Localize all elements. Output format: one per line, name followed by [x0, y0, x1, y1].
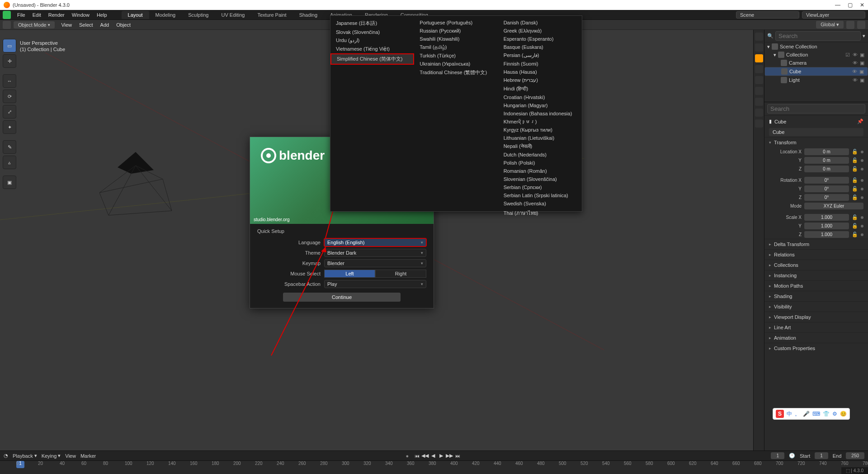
transform-tool[interactable]: ✦: [3, 120, 16, 134]
theme-select[interactable]: Blender Dark▾: [324, 249, 426, 257]
lang-option[interactable]: Slovenian (Slovenščina): [498, 175, 582, 183]
app-icon[interactable]: [3, 11, 11, 19]
lang-option[interactable]: Swahili (Kiswahili): [414, 35, 498, 43]
loc-x[interactable]: 0 m: [804, 148, 849, 155]
rot-z[interactable]: 0°: [804, 194, 849, 201]
ime-keyboard-icon[interactable]: ⌨: [812, 411, 820, 417]
annotate-tool[interactable]: ✎: [3, 140, 16, 154]
outliner-light[interactable]: Light👁▣: [764, 76, 868, 84]
panel-visibility[interactable]: ▸Visibility: [764, 302, 868, 312]
prop-tab-modifier[interactable]: [755, 65, 763, 73]
ime-logo-icon[interactable]: S: [776, 410, 784, 418]
workspace-shading[interactable]: Shading: [293, 11, 324, 19]
ime-lang[interactable]: 中: [787, 410, 792, 418]
ime-tool-icon[interactable]: ⚙: [832, 411, 837, 417]
jump-end-icon[interactable]: ⏭: [454, 452, 461, 460]
lang-option[interactable]: Hausa (Hausa): [498, 68, 582, 76]
lang-option[interactable]: Traditional Chinese (繁體中文): [414, 68, 498, 77]
lang-option[interactable]: Danish (Dansk): [498, 19, 582, 27]
workspace-sculpting[interactable]: Sculpting: [182, 11, 215, 19]
panel-custom-properties[interactable]: ▸Custom Properties: [764, 343, 868, 353]
prop-tab-object[interactable]: [755, 54, 763, 62]
panel-shading[interactable]: ▸Shading: [764, 291, 868, 301]
outliner-cube[interactable]: Cube👁▣: [764, 67, 868, 76]
outliner-camera[interactable]: Camera👁▣: [764, 59, 868, 67]
lang-option[interactable]: Lithuanian (Lietuviškai): [498, 134, 582, 142]
header-menu-add[interactable]: Add: [97, 21, 113, 28]
lang-option[interactable]: Hindi (हिन्दी): [498, 85, 582, 93]
lang-option[interactable]: Thai (ภาษาไทย): [498, 208, 582, 218]
view-menu[interactable]: View: [65, 453, 76, 459]
scale-y[interactable]: 1.000: [804, 223, 849, 229]
lang-option[interactable]: Dutch (Nederlands): [498, 151, 582, 159]
current-frame[interactable]: 1: [771, 452, 784, 459]
lang-option[interactable]: Finnish (Suomi): [498, 60, 582, 68]
scale-tool[interactable]: ⤢: [3, 105, 16, 118]
lang-option[interactable]: Urdu (اردو): [330, 36, 414, 45]
continue-button[interactable]: Continue: [283, 293, 401, 302]
lang-option[interactable]: Swedish (Svenska): [498, 199, 582, 208]
cursor-tool[interactable]: ✛: [3, 54, 16, 68]
ime-emoji-icon[interactable]: 😊: [840, 411, 847, 417]
object-name-field[interactable]: Cube: [769, 128, 863, 136]
start-frame[interactable]: 1: [815, 452, 828, 459]
lang-option[interactable]: Hebrew (עברית): [498, 76, 582, 85]
mouse-left-button[interactable]: Left: [324, 270, 375, 278]
panel-motion-paths[interactable]: ▸Motion Paths: [764, 281, 868, 291]
lang-option[interactable]: Vietnamese (Tiếng Việt): [330, 45, 414, 53]
lang-option[interactable]: Serbian Latin (Srpski latinica): [498, 191, 582, 199]
lang-option[interactable]: Polish (Polski): [498, 159, 582, 167]
prop-tab-physics[interactable]: [755, 87, 763, 95]
rotate-tool[interactable]: ⟳: [3, 90, 16, 103]
lang-option[interactable]: Basque (Euskara): [498, 43, 582, 51]
lang-option[interactable]: Serbian (Српски): [498, 183, 582, 191]
menu-file[interactable]: File: [14, 11, 29, 19]
ime-punct-icon[interactable]: 。: [795, 410, 800, 418]
prop-tab-constraint[interactable]: [755, 98, 763, 106]
keying-menu[interactable]: Keying ▾: [42, 453, 61, 459]
lang-option[interactable]: Turkish (Türkçe): [414, 52, 498, 60]
rot-y[interactable]: 0°: [804, 185, 849, 192]
lang-option[interactable]: Portuguese (Português): [414, 19, 498, 27]
menu-help[interactable]: Help: [93, 11, 111, 19]
outliner-scene[interactable]: ▾Scene Collection: [764, 43, 868, 51]
keymap-select[interactable]: Blender▾: [324, 259, 426, 267]
loc-z[interactable]: 0 m: [804, 166, 849, 172]
header-menu-view[interactable]: View: [57, 21, 75, 28]
menu-edit[interactable]: Edit: [29, 11, 45, 19]
keyframe-prev-icon[interactable]: ◀◀: [421, 452, 429, 460]
marker-menu[interactable]: Marker: [80, 453, 96, 459]
workspace-modeling[interactable]: Modeling: [149, 11, 182, 19]
lang-option[interactable]: Croatian (Hrvatski): [498, 93, 582, 101]
header-menu-select[interactable]: Select: [75, 21, 97, 28]
workspace-layout[interactable]: Layout: [122, 11, 149, 19]
timeline-ruler[interactable]: 1 02040608010012014016018020022024026028…: [0, 461, 868, 474]
lang-option[interactable]: Hungarian (Magyar): [498, 101, 582, 109]
prop-tab-particle[interactable]: [755, 76, 763, 84]
lang-option[interactable]: Greek (Ελληνικά): [498, 27, 582, 35]
transform-panel[interactable]: ▾Transform: [764, 137, 868, 147]
snap-icon[interactable]: [846, 21, 854, 29]
lang-option[interactable]: Persian (فارسی): [498, 51, 582, 60]
outliner[interactable]: 🔍 ▾ ▾Scene Collection ▾Collection☑👁▣ Cam…: [764, 30, 868, 102]
editor-type-icon[interactable]: [3, 21, 11, 29]
panel-line-art[interactable]: ▸Line Art: [764, 322, 868, 332]
ime-mic-icon[interactable]: 🎤: [803, 411, 810, 417]
play-reverse-icon[interactable]: ◀: [429, 452, 437, 460]
lang-option[interactable]: Khmer (ខ្មែរ): [498, 118, 582, 126]
workspace-uv-editing[interactable]: UV Editing: [215, 11, 251, 19]
spacebar-select[interactable]: Play▾: [324, 280, 426, 288]
panel-collections[interactable]: ▸Collections: [764, 260, 868, 270]
ime-toolbar[interactable]: S 中 。 🎤 ⌨ 👕 ⚙ 😊: [773, 408, 850, 420]
add-tool[interactable]: ▣: [3, 175, 16, 189]
lang-option[interactable]: Kyrgyz (Кыргыз тили): [498, 126, 582, 134]
lang-option[interactable]: Nepali (नेपाली): [498, 142, 582, 151]
panel-delta-transform[interactable]: ▸Delta Transform: [764, 239, 868, 249]
properties-search[interactable]: [767, 104, 865, 114]
language-select[interactable]: English (English)▾: [324, 238, 426, 246]
measure-tool[interactable]: ▵: [3, 156, 16, 169]
workspace-texture-paint[interactable]: Texture Paint: [251, 11, 292, 19]
timeline-editor-icon[interactable]: ◔: [4, 453, 8, 459]
timeline[interactable]: ◔ Playback ▾ Keying ▾ View Marker ● ⏮ ◀◀…: [0, 450, 868, 474]
prop-tab-output[interactable]: [755, 43, 763, 52]
